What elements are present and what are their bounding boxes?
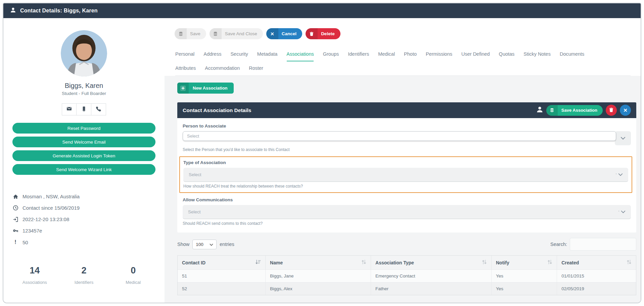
table-row[interactable]: 52 Biggs, Alex Father Yes 02/05/2019: [178, 282, 636, 295]
field-label: Allow Communications: [183, 197, 631, 202]
profile-actions: Reset Password Send Welcome Email Genera…: [12, 123, 155, 175]
tab-permissions[interactable]: Permissions: [426, 51, 452, 57]
tab-metadata[interactable]: Metadata: [257, 51, 277, 57]
person-to-associate-select[interactable]: Select: [183, 131, 631, 145]
search-input[interactable]: [570, 238, 636, 251]
profile-sidebar: Biggs, Karen Student - Full Boarder Rese…: [3, 18, 165, 303]
reset-password-button[interactable]: Reset Password: [12, 123, 155, 134]
cell-association-type: Emergency Contact: [371, 269, 492, 282]
column-header-contact-id[interactable]: Contact ID: [178, 256, 266, 269]
entries-label: entries: [220, 242, 234, 247]
tab-accommodation[interactable]: Accommodation: [205, 65, 240, 71]
select-placeholder: Select: [187, 134, 199, 139]
close-association-button[interactable]: ✕: [620, 105, 631, 116]
profile-info-list: Mosman , NSW, Australia Contact since 15…: [12, 194, 155, 245]
tab-personal[interactable]: Personal: [175, 51, 194, 57]
user-icon: [10, 7, 16, 14]
mobile-button[interactable]: [77, 103, 91, 115]
clock-icon: [12, 205, 18, 211]
cell-name: Biggs, Jane: [266, 269, 371, 282]
plus-icon: +: [177, 83, 189, 94]
sign-in-icon: [12, 217, 18, 222]
chevron-down-icon: [621, 209, 626, 214]
save-association-button[interactable]: Save Association: [546, 105, 603, 116]
chevron-down-icon: [615, 131, 631, 145]
field-help: How should REACH treat the relationship …: [183, 184, 628, 189]
new-association-button[interactable]: + New Association: [177, 83, 234, 94]
chevron-down-icon: [618, 172, 623, 177]
cell-notify: Yes: [492, 282, 557, 295]
email-button[interactable]: [62, 103, 77, 115]
associations-tab-content: + New Association Contact Association De…: [165, 76, 641, 303]
cell-association-type: Father: [371, 282, 492, 295]
tab-medical[interactable]: Medical: [378, 51, 395, 57]
field-help: Select the Person that you'd like to ass…: [183, 147, 631, 152]
stat-medical: 0 Medical: [108, 265, 158, 285]
save-button[interactable]: Save: [175, 28, 206, 39]
cell-contact-id: 51: [178, 269, 266, 282]
cell-name: Biggs, Alex: [266, 282, 371, 295]
database-icon: [175, 28, 187, 39]
save-and-close-button[interactable]: Save And Close: [210, 28, 263, 39]
tab-sticky-notes[interactable]: Sticky Notes: [523, 51, 551, 57]
send-welcome-email-button[interactable]: Send Welcome Email: [12, 137, 155, 147]
delete-association-button[interactable]: [606, 105, 617, 116]
send-welcome-wizard-link-button[interactable]: Send Welcome Wizard Link: [12, 164, 155, 175]
stat-associations: 14 Associations: [10, 265, 59, 285]
associations-table: Contact ID Name Association Type: [177, 255, 636, 295]
tab-security[interactable]: Security: [230, 51, 248, 57]
tab-roster[interactable]: Roster: [249, 65, 263, 71]
tab-quotas[interactable]: Quotas: [499, 51, 515, 57]
profile-name: Biggs, Karen: [65, 82, 103, 90]
sort-icon: [361, 260, 366, 265]
profile-photo: [61, 30, 107, 76]
contact-methods: [62, 103, 106, 115]
generate-assisted-login-token-button[interactable]: Generate Assisted Login Token: [12, 150, 155, 161]
stat-identifiers: 2 Identifiers: [59, 265, 109, 285]
alert-count-info: ! 50: [12, 239, 155, 245]
delete-button[interactable]: Delete: [306, 28, 340, 39]
tab-documents[interactable]: Documents: [560, 51, 584, 57]
field-help: Should REACH send comms to this contact?: [183, 221, 631, 226]
sort-active-icon: [255, 260, 261, 265]
table-header-row: Contact ID Name Association Type: [178, 256, 636, 269]
allow-communications-field: Allow Communications Select ' Should REA…: [183, 197, 631, 226]
person-to-associate-field: Person to Associate Select Select the Pe…: [183, 123, 631, 152]
select-placeholder: Select: [188, 209, 201, 214]
table-row[interactable]: 51 Biggs, Jane Emergency Contact Yes 01/…: [178, 269, 636, 282]
column-header-created[interactable]: Created: [557, 256, 636, 269]
key-icon: [12, 228, 18, 234]
panel-title: Contact Association Details: [183, 107, 536, 113]
trash-icon: [306, 28, 318, 39]
tab-associations[interactable]: Associations: [286, 51, 314, 57]
column-header-notify[interactable]: Notify: [492, 256, 557, 269]
allow-communications-select[interactable]: Select ': [183, 205, 631, 219]
column-header-name[interactable]: Name: [266, 256, 371, 269]
cancel-button[interactable]: ✕ Cancel: [266, 28, 302, 39]
type-of-association-select[interactable]: Select ': [183, 168, 628, 182]
profile-stats: 14 Associations 2 Identifiers 0 Medical: [10, 265, 158, 285]
show-label: Show: [177, 242, 189, 247]
password-info: 123457e: [12, 228, 155, 234]
column-header-association-type[interactable]: Association Type: [371, 256, 492, 269]
cell-notify: Yes: [492, 269, 557, 282]
contact-association-panel: Contact Association Details Save Associa…: [177, 102, 636, 233]
tab-identifiers[interactable]: Identifiers: [348, 51, 369, 57]
trash-icon: [609, 107, 614, 114]
type-of-association-field: Type of Association Select ' How should …: [179, 156, 632, 193]
tab-user-defined[interactable]: User Defined: [461, 51, 490, 57]
tab-address[interactable]: Address: [203, 51, 221, 57]
mobile-icon: [81, 106, 87, 113]
phone-button[interactable]: [91, 103, 106, 115]
person-icon: [536, 106, 543, 114]
database-icon: [210, 28, 222, 39]
sort-icon: [627, 260, 632, 265]
tab-groups[interactable]: Groups: [323, 51, 339, 57]
cell-created: 01/01/2015: [557, 269, 636, 282]
page-size-select[interactable]: 100: [192, 240, 217, 249]
tab-attributes[interactable]: Attributes: [175, 65, 196, 71]
tab-photo[interactable]: Photo: [404, 51, 417, 57]
chevron-down-icon: [210, 242, 213, 247]
sort-icon: [547, 260, 552, 265]
envelope-icon: [66, 106, 72, 113]
